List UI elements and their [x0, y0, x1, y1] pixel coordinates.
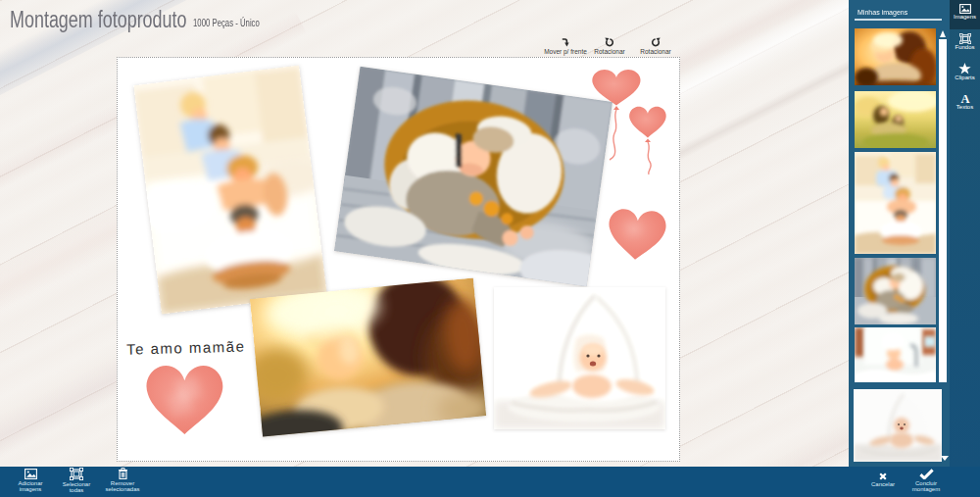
- svg-text:A: A: [960, 93, 969, 104]
